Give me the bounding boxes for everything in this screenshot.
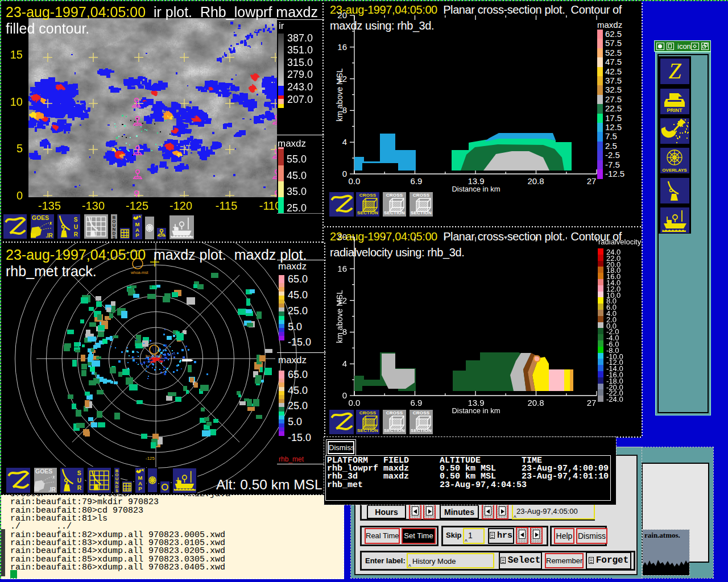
svg-text:U: U [74, 224, 78, 230]
svg-text:OVERLAYS: OVERLAYS [662, 168, 687, 173]
svg-text:PRINT: PRINT [667, 107, 683, 113]
svg-text:S: S [74, 217, 78, 223]
svg-text:6.9: 6.9 [411, 398, 423, 408]
svg-text:0.0: 0.0 [349, 398, 361, 408]
svg-text:4: 4 [342, 359, 347, 368]
svg-text:Distance in km: Distance in km [452, 406, 500, 415]
svg-text:R: R [77, 485, 82, 491]
svg-text:S: S [77, 470, 81, 476]
svg-text:U: U [77, 477, 81, 484]
svg-text:0: 0 [342, 390, 347, 400]
svg-text:0.0: 0.0 [349, 176, 361, 186]
svg-text:27: 27 [587, 398, 597, 408]
svg-text:20: 20 [337, 10, 347, 20]
svg-text:R: R [74, 231, 78, 238]
svg-text:20: 20 [337, 232, 347, 242]
svg-text:b=-15=-8: b=-15=-8 [146, 354, 162, 358]
svg-text:4: 4 [342, 137, 347, 147]
svg-text:km above MSL: km above MSL [335, 290, 344, 343]
svg-text:km above MSL: km above MSL [335, 68, 344, 122]
svg-text:0: 0 [342, 169, 347, 178]
svg-text:20.8: 20.8 [527, 398, 544, 408]
svg-text:16: 16 [337, 42, 347, 52]
svg-text:-125: -125 [146, 456, 155, 461]
svg-text:6.9: 6.9 [411, 176, 423, 186]
svg-text:20.8: 20.8 [527, 176, 544, 186]
svg-text:16: 16 [337, 264, 347, 273]
svg-text:Distance in km: Distance in km [452, 185, 500, 193]
svg-text:27: 27 [587, 176, 597, 186]
svg-text:whoa-mst: whoa-mst [130, 271, 148, 275]
